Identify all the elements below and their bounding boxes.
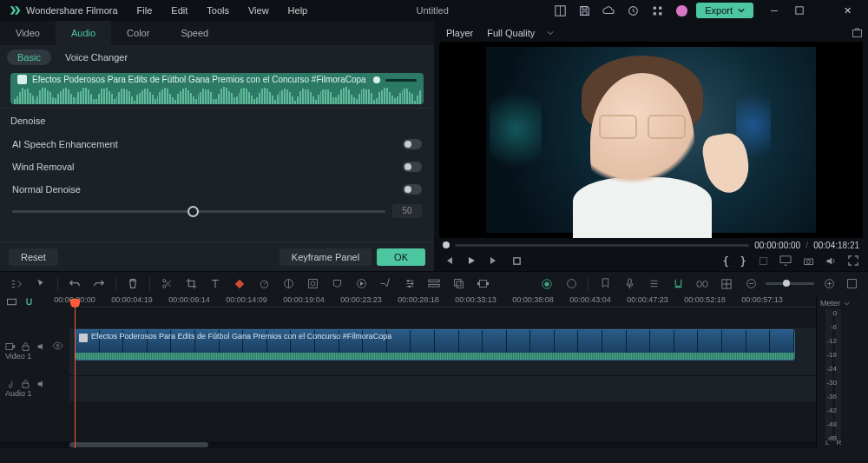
menu-help[interactable]: Help	[281, 2, 315, 19]
record-icon[interactable]	[539, 276, 555, 292]
time-ruler[interactable]: 00:00:00:0000:00:04:1900:00:09:1400:00:1…	[69, 295, 816, 308]
denoise-amount-slider[interactable]	[12, 210, 385, 213]
mute-icon[interactable]	[36, 341, 47, 352]
zoom-slider[interactable]	[766, 282, 814, 285]
export-button[interactable]: Export	[696, 3, 753, 18]
cloud-icon[interactable]	[599, 2, 618, 19]
speed-icon[interactable]	[256, 276, 272, 292]
prev-frame-icon[interactable]	[443, 255, 455, 267]
undo-icon[interactable]	[67, 276, 82, 292]
zoom-fit-icon[interactable]	[844, 276, 859, 292]
subtab-voice-changer[interactable]: Voice Changer	[55, 50, 138, 65]
zoom-out-icon[interactable]	[743, 276, 759, 292]
mark-in-icon[interactable]: {	[722, 255, 729, 268]
opt-normal-denoise: Normal Denoise	[12, 184, 81, 195]
eye-icon[interactable]	[52, 341, 62, 352]
redo-icon[interactable]	[91, 276, 107, 292]
toggle-ai-speech[interactable]	[403, 139, 422, 149]
keyframe-icon[interactable]	[232, 276, 247, 292]
text-icon[interactable]	[207, 276, 223, 292]
video-clip[interactable]: Efectos Poderosos Para Edits de Fútbol G…	[75, 329, 795, 360]
seek-handle[interactable]	[443, 241, 450, 248]
track-add-icon[interactable]	[5, 295, 17, 308]
svg-rect-28	[454, 280, 460, 286]
denoise-amount-value[interactable]: 50	[392, 204, 422, 218]
seek-track[interactable]	[455, 244, 749, 247]
denoise-header[interactable]: Denoise	[0, 108, 434, 133]
camera-icon[interactable]	[802, 255, 814, 267]
lock-audio-icon[interactable]	[21, 379, 31, 389]
video-track-icon[interactable]	[5, 341, 16, 352]
layout-icon[interactable]	[550, 2, 569, 19]
next-frame-icon[interactable]	[488, 255, 500, 267]
svg-point-35	[567, 280, 575, 288]
toggle-wind-removal[interactable]	[403, 162, 422, 172]
zoom-in-icon[interactable]	[821, 276, 837, 292]
mute-audio-icon[interactable]	[36, 379, 47, 389]
audio-stretch-icon[interactable]	[646, 276, 661, 292]
audio-track-icon[interactable]	[5, 379, 16, 389]
mask-icon[interactable]	[329, 276, 345, 292]
delete-icon[interactable]	[125, 276, 141, 292]
magnet-icon[interactable]	[23, 295, 35, 308]
display-icon[interactable]	[779, 255, 792, 267]
stop-icon[interactable]	[510, 255, 523, 267]
minimize-button[interactable]: ─	[759, 5, 790, 16]
audio-mixer-icon[interactable]	[563, 276, 579, 292]
color-icon[interactable]	[280, 276, 296, 292]
keyframe-panel-button[interactable]: Keyframe Panel	[279, 248, 372, 266]
play-icon[interactable]	[465, 255, 477, 267]
snap-icon[interactable]	[670, 276, 686, 292]
quality-dropdown[interactable]: Full Quality	[487, 28, 554, 38]
fullscreen-icon[interactable]	[847, 255, 859, 267]
expand-collapse-icon[interactable]	[9, 276, 24, 292]
menu-edit[interactable]: Edit	[164, 2, 194, 19]
timeline-hscroll[interactable]	[0, 441, 816, 448]
adjust-icon[interactable]	[402, 276, 418, 292]
close-button[interactable]: ✕	[832, 5, 863, 17]
crop-icon[interactable]	[183, 276, 199, 292]
select-tool-icon[interactable]	[33, 276, 49, 292]
properties-panel: Video Audio Color Speed Basic Voice Chan…	[0, 21, 434, 271]
timecode: 00:00:47:23	[627, 295, 668, 304]
playhead[interactable]	[75, 306, 76, 448]
svg-rect-37	[697, 281, 701, 287]
voice-icon[interactable]	[621, 276, 637, 292]
smart-icon[interactable]	[475, 276, 490, 292]
track-manage-icon[interactable]	[426, 276, 442, 292]
green-screen-icon[interactable]	[305, 276, 320, 292]
menu-view[interactable]: View	[241, 2, 276, 19]
subtab-basic[interactable]: Basic	[7, 50, 51, 65]
menu-tools[interactable]: Tools	[200, 2, 236, 19]
copy-icon[interactable]	[450, 276, 466, 292]
speed-ramp-icon[interactable]	[353, 276, 369, 292]
tab-speed[interactable]: Speed	[165, 21, 224, 45]
meter-label[interactable]: Meter	[820, 299, 840, 308]
menu-file[interactable]: File	[130, 2, 160, 19]
link-icon[interactable]	[694, 276, 710, 292]
audio-detach-icon[interactable]	[378, 276, 393, 292]
apps-icon[interactable]	[648, 2, 667, 19]
mark-out-icon[interactable]: }	[740, 255, 746, 268]
clip-volume-slider[interactable]	[373, 76, 417, 83]
avatar-icon[interactable]	[672, 2, 691, 19]
preview-viewport[interactable]	[439, 42, 863, 238]
tab-video[interactable]: Video	[0, 21, 56, 45]
grid-icon[interactable]	[719, 276, 734, 292]
svg-rect-9	[853, 30, 862, 36]
reset-button[interactable]: Reset	[9, 248, 58, 266]
crop-preview-icon[interactable]	[757, 255, 769, 267]
toggle-normal-denoise[interactable]	[403, 184, 422, 195]
split-icon[interactable]	[159, 276, 174, 292]
marker-icon[interactable]	[597, 276, 613, 292]
svg-rect-32	[486, 282, 488, 285]
ok-button[interactable]: OK	[377, 248, 425, 266]
maximize-button[interactable]	[795, 6, 826, 15]
save-icon[interactable]	[575, 2, 594, 19]
tab-color[interactable]: Color	[111, 21, 165, 45]
volume-icon[interactable]	[825, 255, 837, 267]
snapshot-settings-icon[interactable]	[852, 28, 863, 39]
tab-audio[interactable]: Audio	[56, 21, 111, 45]
lock-icon[interactable]	[21, 341, 31, 352]
history-icon[interactable]	[623, 2, 642, 19]
